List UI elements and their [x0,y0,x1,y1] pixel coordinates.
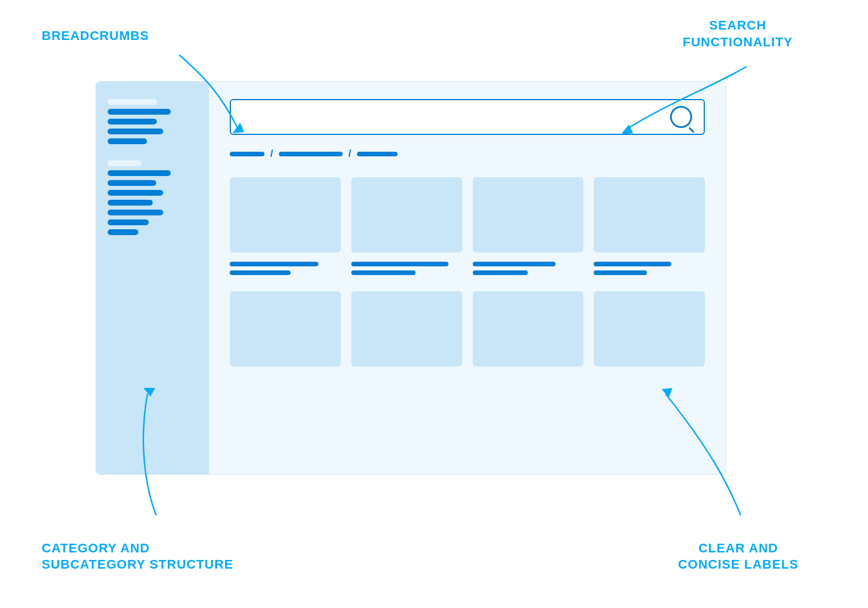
sidebar-bar [108,138,147,144]
breadcrumb-segment [357,152,398,156]
grid-label-group [230,262,341,275]
sidebar-bar [108,180,156,186]
grid-labels-row-1 [230,262,705,275]
grid-card [594,177,705,252]
grid-card [473,177,584,252]
breadcrumbs-label: BREADCRUMBS [42,28,149,45]
breadcrumb-slash: / [270,148,273,160]
sidebar-group-1 [108,99,197,144]
content-area: / / [209,82,726,474]
grid-card [230,177,341,252]
sidebar-bar [108,160,142,166]
grid-card [351,291,462,367]
breadcrumb-slash: / [348,148,351,160]
grid-row-cards-2 [230,291,705,367]
grid-label-group [594,262,705,275]
breadcrumb-segment [279,152,343,156]
sidebar-bar [108,229,138,235]
page: BREADCRUMBS SEARCH FUNCTIONALITY CATEGOR… [0,0,868,608]
grid-label-group [351,262,462,275]
grid-card [594,291,705,367]
sidebar-bar [108,129,163,134]
grid-label-bar [594,262,671,266]
search-icon [670,106,692,128]
grid-card [473,291,584,367]
sidebar [96,82,209,474]
search-functionality-label: SEARCH FUNCTIONALITY [683,17,793,50]
wireframe-container: / / [95,81,726,475]
clear-labels-label: CLEAR AND CONCISE LABELS [678,540,799,573]
sidebar-bar [108,190,163,196]
grid-label-bar [473,270,528,275]
sidebar-bar [108,170,171,176]
category-label: CATEGORY AND SUBCATEGORY STRUCTURE [42,540,233,573]
sidebar-bar [108,119,157,124]
sidebar-bar [108,200,153,206]
grid-card [230,291,341,367]
sidebar-bar [108,219,149,225]
breadcrumb-bar-row: / / [230,148,705,160]
grid-label-group [473,262,584,275]
sidebar-group-2 [108,160,197,235]
grid-label-bar [351,262,449,266]
search-box[interactable] [230,99,705,135]
sidebar-bar [108,109,171,115]
sidebar-bar [108,99,157,105]
sidebar-bar [108,210,163,215]
grid-label-bar [230,262,318,266]
grid-row-cards-1 [230,177,705,252]
grid-label-bar [594,270,647,275]
grid-card [351,177,462,252]
breadcrumb-segment [230,152,264,156]
grid-label-bar [473,262,556,266]
grid-label-bar [351,270,415,275]
grid-label-bar [230,270,290,275]
